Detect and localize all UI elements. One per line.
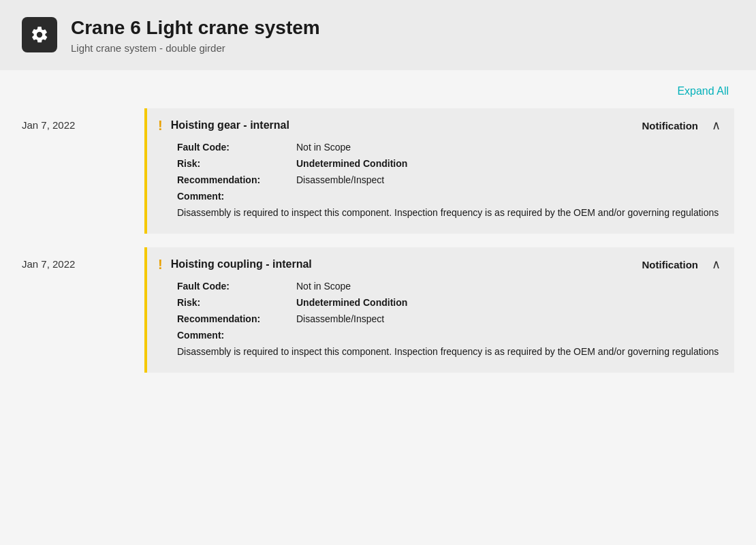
warning-icon-1: !	[158, 118, 163, 134]
comment-text-2: Disassembly is required to inspect this …	[177, 345, 721, 359]
chevron-up-icon-1[interactable]: ∧	[712, 118, 721, 133]
fault-code-row-1: Fault Code: Not in Scope	[177, 142, 721, 153]
entry-row: Jan 7, 2022 ! Hoisting gear - internal N…	[22, 108, 734, 245]
recommendation-value-2: Disassemble/Inspect	[296, 313, 384, 324]
header-icon-box	[22, 17, 57, 52]
entry-date-1: Jan 7, 2022	[22, 108, 144, 131]
recommendation-label-2: Recommendation:	[177, 313, 296, 324]
fault-code-row-2: Fault Code: Not in Scope	[177, 281, 721, 292]
main-content: Expand All Jan 7, 2022 ! Hoisting gear -…	[0, 70, 756, 414]
comment-label-2: Comment:	[177, 330, 721, 341]
card-badge-2: Notification	[642, 259, 699, 270]
recommendation-row-2: Recommendation: Disassemble/Inspect	[177, 313, 721, 324]
recommendation-row-1: Recommendation: Disassemble/Inspect	[177, 174, 721, 185]
risk-label-2: Risk:	[177, 297, 296, 308]
entry-date-2: Jan 7, 2022	[22, 247, 144, 270]
warning-icon-2: !	[158, 257, 163, 272]
chevron-up-icon-2[interactable]: ∧	[712, 257, 721, 272]
comment-block-1: Comment: Disassembly is required to insp…	[177, 191, 721, 220]
expand-all-bar: Expand All	[22, 70, 734, 108]
recommendation-label-1: Recommendation:	[177, 174, 296, 185]
risk-value-2: Undetermined Condition	[296, 297, 407, 308]
risk-value-1: Undetermined Condition	[296, 158, 407, 169]
expand-all-button[interactable]: Expand All	[672, 82, 734, 100]
page-subtitle: Light crane system - double girder	[71, 42, 320, 54]
entry-card-1: ! Hoisting gear - internal Notification …	[144, 108, 734, 234]
risk-row-1: Risk: Undetermined Condition	[177, 158, 721, 169]
header-text-group: Crane 6 Light crane system Light crane s…	[71, 16, 320, 54]
card-header-2: ! Hoisting coupling - internal Notificat…	[147, 247, 734, 281]
gear-icon	[30, 25, 49, 44]
card-body-2: Fault Code: Not in Scope Risk: Undetermi…	[147, 281, 734, 373]
card-header-1: ! Hoisting gear - internal Notification …	[147, 108, 734, 142]
card-title-2: Hoisting coupling - internal	[171, 258, 637, 270]
page-title: Crane 6 Light crane system	[71, 16, 320, 40]
entry-card-2: ! Hoisting coupling - internal Notificat…	[144, 247, 734, 373]
comment-text-1: Disassembly is required to inspect this …	[177, 206, 721, 220]
card-body-1: Fault Code: Not in Scope Risk: Undetermi…	[147, 142, 734, 234]
risk-label-1: Risk:	[177, 158, 296, 169]
fault-code-label-1: Fault Code:	[177, 142, 296, 153]
risk-row-2: Risk: Undetermined Condition	[177, 297, 721, 308]
comment-block-2: Comment: Disassembly is required to insp…	[177, 330, 721, 359]
page-header: Crane 6 Light crane system Light crane s…	[0, 0, 756, 70]
recommendation-value-1: Disassemble/Inspect	[296, 174, 384, 185]
fault-code-value-1: Not in Scope	[296, 142, 351, 153]
card-title-1: Hoisting gear - internal	[171, 119, 637, 131]
fault-code-label-2: Fault Code:	[177, 281, 296, 292]
card-badge-1: Notification	[642, 120, 699, 131]
comment-label-1: Comment:	[177, 191, 721, 202]
entry-row-2: Jan 7, 2022 ! Hoisting coupling - intern…	[22, 247, 734, 384]
fault-code-value-2: Not in Scope	[296, 281, 351, 292]
